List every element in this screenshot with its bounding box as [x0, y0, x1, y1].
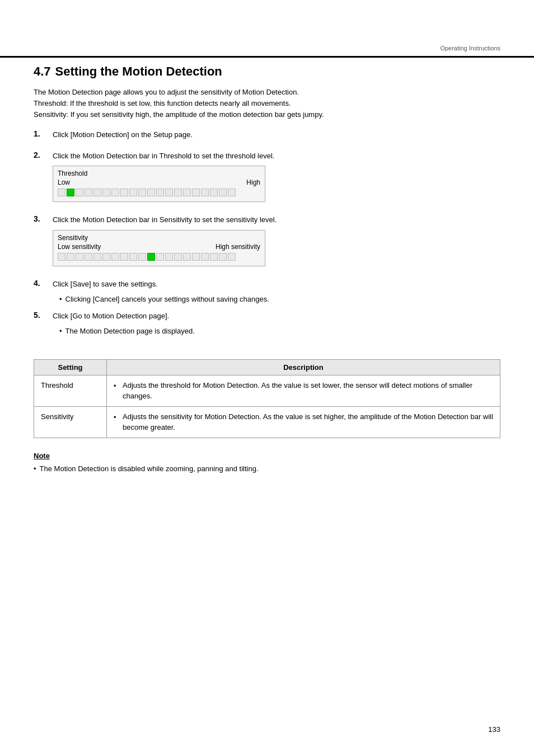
sensitivity-segment-2[interactable]	[76, 253, 83, 261]
step-4: 4. Click [Save] to save the settings. Cl…	[34, 279, 500, 305]
intro-paragraph: The Motion Detection page allows you to …	[34, 87, 500, 120]
sensitivity-segment-18[interactable]	[219, 253, 227, 261]
sensitivity-bar-range: Low sensitivity High sensitivity	[58, 243, 260, 251]
step-5-sub-bullets: The Motion Detection page is displayed.	[59, 326, 500, 337]
threshold-bar-container: Threshold Low High	[53, 166, 265, 202]
table-cell-threshold-desc: • Adjusts the threshold for Motion Detec…	[107, 375, 500, 406]
threshold-segment-9[interactable]	[138, 189, 146, 196]
sensitivity-segment-15[interactable]	[192, 253, 200, 261]
sensitivity-high-label: High sensitivity	[216, 243, 260, 251]
intro-line-1: The Motion Detection page allows you to …	[34, 88, 299, 96]
note-section: Note The Motion Detection is disabled wh…	[34, 452, 500, 475]
sensitivity-segment-1[interactable]	[67, 253, 74, 261]
step-3: 3. Click the Motion Detection bar in Sen…	[34, 214, 500, 273]
threshold-segment-2[interactable]	[76, 189, 83, 196]
page-number: 133	[488, 725, 500, 734]
sensitivity-segment-8[interactable]	[129, 253, 137, 261]
threshold-segment-14[interactable]	[183, 189, 191, 196]
sensitivity-segment-14[interactable]	[183, 253, 191, 261]
step-5-content: Click [Go to Motion Detection page]. The…	[53, 311, 500, 337]
section-title-text: Setting the Motion Detection	[55, 64, 222, 79]
page-container: Operating Instructions 4.7 Setting the M…	[0, 0, 534, 756]
sensitivity-segment-4[interactable]	[93, 253, 101, 261]
threshold-segment-15[interactable]	[192, 189, 200, 196]
sensitivity-bar-label: Sensitivity	[58, 234, 260, 242]
step-2-text: Click the Motion Detection bar in Thresh…	[53, 151, 500, 162]
sensitivity-desc-text: Adjusts the sensitivity for Motion Detec…	[123, 411, 493, 433]
step-3-num: 3.	[34, 214, 49, 223]
step-4-text: Click [Save] to save the settings.	[53, 279, 500, 290]
sensitivity-segment-3[interactable]	[85, 253, 92, 261]
threshold-desc-bullet: • Adjusts the threshold for Motion Detec…	[114, 380, 493, 402]
step-4-sub-bullets: Clicking [Cancel] cancels your settings …	[59, 294, 500, 305]
threshold-segment-6[interactable]	[111, 189, 119, 196]
sensitivity-bar-track[interactable]	[58, 252, 260, 261]
threshold-segment-7[interactable]	[120, 189, 128, 196]
step-5-sub-bullet-1: The Motion Detection page is displayed.	[59, 326, 500, 337]
threshold-bullet-dot: •	[114, 381, 119, 392]
threshold-segment-18[interactable]	[219, 189, 227, 196]
threshold-segment-11[interactable]	[156, 189, 164, 196]
step-1-text: Click [Motion Detection] on the Setup pa…	[53, 129, 500, 140]
sensitivity-segment-7[interactable]	[120, 253, 128, 261]
sensitivity-bullet-dot: •	[114, 412, 119, 423]
threshold-high-label: High	[246, 179, 260, 186]
step-5-text: Click [Go to Motion Detection page].	[53, 311, 500, 322]
sensitivity-segment-13[interactable]	[174, 253, 182, 261]
top-border	[0, 56, 534, 58]
threshold-low-label: Low	[58, 179, 70, 186]
sensitivity-segment-11[interactable]	[156, 253, 164, 261]
step-4-content: Click [Save] to save the settings. Click…	[53, 279, 500, 305]
table-col-setting: Setting	[34, 359, 107, 375]
sensitivity-segment-19[interactable]	[228, 253, 236, 261]
table-row-threshold: Threshold • Adjusts the threshold for Mo…	[34, 375, 500, 406]
sensitivity-segment-9[interactable]	[138, 253, 146, 261]
threshold-segment-3[interactable]	[85, 189, 92, 196]
threshold-desc-text: Adjusts the threshold for Motion Detecti…	[123, 380, 493, 402]
sensitivity-segment-17[interactable]	[210, 253, 218, 261]
threshold-segment-13[interactable]	[174, 189, 182, 196]
threshold-bar-label: Threshold	[58, 170, 260, 177]
threshold-segment-12[interactable]	[165, 189, 173, 196]
sensitivity-low-label: Low sensitivity	[58, 243, 101, 251]
step-1: 1. Click [Motion Detection] on the Setup…	[34, 129, 500, 145]
intro-line-3: Sensitivity: If you set sensitivity high…	[34, 110, 324, 119]
main-content: 4.7 Setting the Motion Detection The Mot…	[34, 64, 500, 474]
sensitivity-segment-10[interactable]	[147, 253, 155, 261]
threshold-segment-19[interactable]	[228, 189, 236, 196]
threshold-bar-range: Low High	[58, 179, 260, 186]
note-bullet-1: The Motion Detection is disabled while z…	[34, 463, 500, 475]
sensitivity-segment-0[interactable]	[58, 253, 65, 261]
step-1-content: Click [Motion Detection] on the Setup pa…	[53, 129, 500, 145]
step-3-content: Click the Motion Detection bar in Sensit…	[53, 214, 500, 273]
table-row-sensitivity: Sensitivity • Adjusts the sensitivity fo…	[34, 406, 500, 438]
sensitivity-segment-16[interactable]	[201, 253, 209, 261]
threshold-segment-17[interactable]	[210, 189, 218, 196]
step-4-num: 4.	[34, 279, 49, 288]
threshold-segment-10[interactable]	[147, 189, 155, 196]
table-col-description: Description	[107, 359, 500, 375]
step-3-text: Click the Motion Detection bar in Sensit…	[53, 214, 500, 226]
steps-list: 1. Click [Motion Detection] on the Setup…	[34, 129, 500, 337]
step-4-sub-bullet-1: Clicking [Cancel] cancels your settings …	[59, 294, 500, 305]
settings-table: Setting Description Threshold • Adjusts …	[34, 359, 500, 438]
threshold-segment-1[interactable]	[67, 189, 74, 196]
threshold-segment-8[interactable]	[129, 189, 137, 196]
sensitivity-segment-5[interactable]	[102, 253, 110, 261]
sensitivity-segment-6[interactable]	[111, 253, 119, 261]
sensitivity-bar-container: Sensitivity Low sensitivity High sensiti…	[53, 230, 265, 266]
threshold-segment-16[interactable]	[201, 189, 209, 196]
sensitivity-segment-12[interactable]	[165, 253, 173, 261]
section-number: 4.7	[34, 64, 51, 79]
table-cell-sensitivity-name: Sensitivity	[34, 406, 107, 438]
threshold-segment-4[interactable]	[93, 189, 101, 196]
threshold-segment-5[interactable]	[102, 189, 110, 196]
step-2: 2. Click the Motion Detection bar in Thr…	[34, 151, 500, 209]
threshold-segment-0[interactable]	[58, 189, 65, 196]
step-5: 5. Click [Go to Motion Detection page]. …	[34, 311, 500, 337]
note-title: Note	[34, 452, 500, 460]
threshold-bar-track[interactable]	[58, 188, 260, 197]
header-area: Operating Instructions	[440, 45, 500, 51]
header-label: Operating Instructions	[440, 45, 500, 51]
step-5-num: 5.	[34, 311, 49, 320]
